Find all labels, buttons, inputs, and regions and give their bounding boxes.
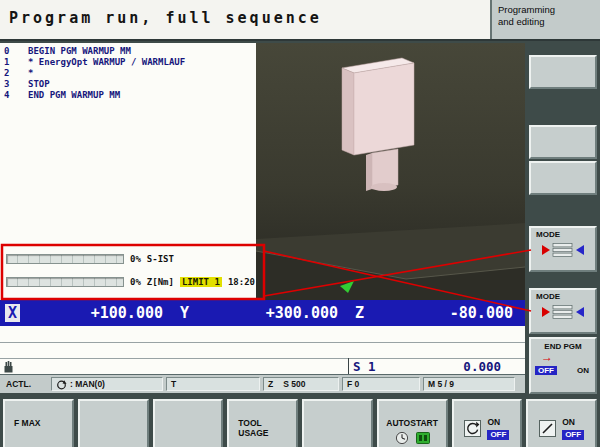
softkey-feed-toggle[interactable]: ON OFF xyxy=(526,399,597,447)
clock-icon xyxy=(395,431,409,445)
line-number: 4 xyxy=(4,90,28,101)
program-line: 0 BEGIN PGM WARMUP MM xyxy=(0,46,256,57)
mode-1-label: MODE xyxy=(531,228,595,239)
spindle-override-percent: 0% xyxy=(130,254,141,264)
hand-icon xyxy=(2,359,15,374)
softkey-fmax-label: F MAX xyxy=(14,418,40,428)
spindle-rpm-label: S 500 xyxy=(283,379,305,389)
actl-label: ACTL. xyxy=(2,379,48,389)
line-text: BEGIN PGM WARMUP MM xyxy=(28,46,131,57)
spindle-rotation-icon xyxy=(464,420,481,437)
tool-label: T xyxy=(171,379,176,389)
spindle-toggle-labels: ON OFF xyxy=(487,417,509,440)
feed-field: F 0 xyxy=(342,377,420,391)
end-pgm-off-badge: OFF xyxy=(535,366,557,375)
softkey-blank-3[interactable] xyxy=(302,399,373,447)
line-number: 1 xyxy=(4,57,28,68)
softkey-end-pgm[interactable]: END PGM → OFF ON xyxy=(529,337,597,394)
torque-override-label: Z[Nm] xyxy=(147,277,174,287)
program-line: 1 * EnergyOpt WARMUP / WARMLAUF xyxy=(0,57,256,68)
spindle-speed-row: S 1 0.000 xyxy=(353,359,501,374)
machine-status-strip: ACTL. : MAN(0) T Z S 500 F 0 M 5 / 9 xyxy=(0,374,525,393)
tool-axis-label: Z xyxy=(268,379,273,389)
axis-z-label: Z xyxy=(355,304,364,322)
line-text: STOP xyxy=(28,79,50,90)
misc-function-field: M 5 / 9 xyxy=(423,377,515,391)
tool-field: T xyxy=(166,377,260,391)
line-number: 2 xyxy=(4,68,28,79)
feed-toggle-labels: ON OFF xyxy=(562,417,584,440)
graphics-3d-view xyxy=(256,43,525,300)
softkey-autostart-label: AUTOSTART xyxy=(386,418,438,428)
axis-x-label: X xyxy=(5,304,20,322)
line-number: 3 xyxy=(4,79,28,90)
mode-2-label: MODE xyxy=(531,290,595,301)
feed-on-label: ON xyxy=(562,417,575,428)
softkey-tool-usage-label: TOOL USAGE xyxy=(238,418,268,439)
softkey-mode-2[interactable]: MODE xyxy=(529,288,597,334)
column-divider xyxy=(348,358,349,374)
page-title: Program run, full sequence xyxy=(9,9,322,27)
feed-off-badge: OFF xyxy=(562,430,584,440)
softkey-blank-2[interactable] xyxy=(153,399,224,447)
axis-x: X +100.000 xyxy=(0,304,175,322)
background-mode-indicator: Programming and editing xyxy=(490,0,600,39)
limit-badge: LIMIT 1 xyxy=(180,277,222,287)
slash-icon xyxy=(539,420,556,437)
spindle-off-badge: OFF xyxy=(487,430,509,440)
row-divider xyxy=(0,342,525,343)
end-pgm-on-label: ON xyxy=(577,366,589,375)
axis-y-label: Y xyxy=(180,304,189,322)
softkey-mode-1[interactable]: MODE xyxy=(529,226,597,272)
control-in-operation-icon xyxy=(56,379,67,390)
axis-y-value: +300.000 xyxy=(266,304,338,322)
torque-override-row: 0% Z[Nm] LIMIT 1 18:20 xyxy=(6,277,255,287)
line-text: * EnergyOpt WARMUP / WARMLAUF xyxy=(28,57,185,68)
m-function-label: M 5 / 9 xyxy=(428,379,454,389)
feed-label: F 0 xyxy=(347,379,359,389)
override-bars-icon xyxy=(541,241,585,259)
clock-time: 18:20 xyxy=(228,277,255,287)
operating-mode-field: : MAN(0) xyxy=(51,377,163,391)
line-text: * xyxy=(28,68,33,79)
right-softkey-blank-3[interactable] xyxy=(529,161,597,195)
position-display: X +100.000 Y +300.000 Z -80.000 xyxy=(0,300,525,326)
spindle-on-label: ON xyxy=(487,417,500,428)
softkey-blank-1[interactable] xyxy=(78,399,149,447)
line-text: END PGM WARMUP MM xyxy=(28,90,120,101)
autostart-icons xyxy=(379,431,446,445)
softkey-spindle-toggle[interactable]: ON OFF xyxy=(452,399,523,447)
axis-z: Z -80.000 xyxy=(350,304,525,322)
softkey-tool-usage[interactable]: TOOL USAGE xyxy=(227,399,298,447)
operating-mode-value: : MAN(0) xyxy=(70,379,105,389)
header-bar: Program run, full sequence Programming a… xyxy=(0,0,600,41)
spindle-override-row: 0% S-IST xyxy=(6,254,174,264)
override-bars-icon xyxy=(541,303,585,321)
program-line: 4 END PGM WARMUP MM xyxy=(0,90,256,101)
axis-z-value: -80.000 xyxy=(450,304,513,322)
softkey-autostart[interactable]: AUTOSTART xyxy=(377,399,448,447)
red-arrow-icon: → xyxy=(531,351,595,363)
right-softkey-blank-1[interactable] xyxy=(529,55,597,89)
spindle-override-bar xyxy=(6,254,124,264)
axis-y: Y +300.000 xyxy=(175,304,350,322)
torque-override-percent: 0% xyxy=(130,277,141,287)
torque-override-bar xyxy=(6,277,124,287)
vertical-softkey-column: MODE MODE END PGM → OFF xyxy=(525,43,600,395)
override-status-panel: 0% S-IST 0% Z[Nm] LIMIT 1 18:20 xyxy=(0,247,264,299)
status-rows-panel: S 1 0.000 xyxy=(0,326,525,374)
right-softkey-blank-2[interactable] xyxy=(529,125,597,159)
tnc-control-screen: Program run, full sequence Programming a… xyxy=(0,0,600,447)
line-number: 0 xyxy=(4,46,28,57)
spindle-speed-value: 0.000 xyxy=(463,359,501,374)
axis-speed-field: Z S 500 xyxy=(263,377,339,391)
spindle-speed-label: S 1 xyxy=(353,359,376,374)
program-line: 3 STOP xyxy=(0,79,256,90)
program-line: 2 * xyxy=(0,68,256,79)
spindle-override-label: S-IST xyxy=(147,254,174,264)
workpiece-3d-render xyxy=(256,43,525,300)
softkey-fmax[interactable]: F MAX xyxy=(3,399,74,447)
cycle-start-icon xyxy=(416,431,430,445)
end-pgm-toggle: OFF ON xyxy=(531,363,595,375)
axis-x-value: +100.000 xyxy=(91,304,163,322)
